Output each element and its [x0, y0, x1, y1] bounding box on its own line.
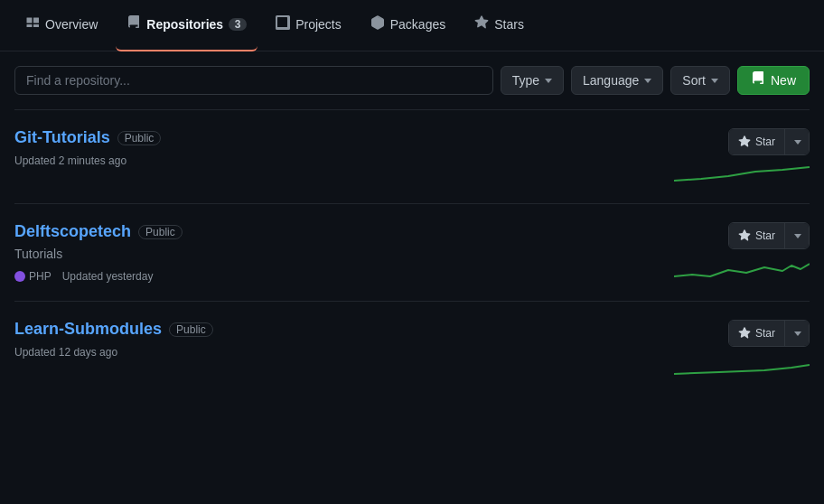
- sparkline-delftscopetech: [674, 257, 810, 279]
- table-row: Git-Tutorials Public Updated 2 minutes a…: [14, 109, 810, 203]
- new-repo-icon: [751, 71, 765, 89]
- star-label: Star: [755, 135, 775, 148]
- star-icon: [738, 135, 751, 148]
- new-repo-button[interactable]: New: [737, 66, 810, 95]
- repo-list: Git-Tutorials Public Updated 2 minutes a…: [0, 109, 824, 395]
- star-button-git-tutorials[interactable]: Star: [729, 129, 784, 154]
- star-more-button-delftscopetech[interactable]: [784, 223, 809, 248]
- repo-updated-delftscopetech: Updated yesterday: [62, 270, 154, 283]
- repositories-icon: [126, 15, 141, 33]
- top-nav: Overview Repositories 3 Projects Package…: [0, 0, 824, 51]
- sort-chevron-icon: [711, 79, 718, 83]
- star-more-chevron-icon: [794, 234, 801, 238]
- repo-badge-git-tutorials: Public: [117, 131, 162, 145]
- language-filter-button[interactable]: Language: [571, 66, 663, 95]
- repo-updated-learn-submodules: Updated 12 days ago: [14, 346, 674, 359]
- repo-name-row: Git-Tutorials Public: [14, 128, 674, 147]
- repo-actions-git-tutorials: Star: [674, 128, 810, 185]
- star-label: Star: [755, 229, 775, 242]
- new-repo-label: New: [771, 73, 796, 88]
- sort-filter-label: Sort: [682, 73, 706, 88]
- star-more-chevron-icon: [794, 140, 801, 145]
- table-row: Delftscopetech Public Tutorials PHP Upda…: [14, 203, 810, 301]
- table-row: Learn-Submodules Public Updated 12 days …: [14, 301, 810, 395]
- nav-label-overview: Overview: [45, 17, 98, 32]
- repo-updated-git-tutorials: Updated 2 minutes ago: [14, 154, 674, 167]
- star-more-chevron-icon: [794, 331, 801, 336]
- sparkline-git-tutorials: [674, 163, 810, 185]
- repo-name-learn-submodules[interactable]: Learn-Submodules: [14, 320, 162, 339]
- nav-label-projects: Projects: [295, 17, 342, 32]
- type-chevron-icon: [545, 79, 552, 83]
- repo-badge-delftscopetech: Public: [138, 225, 183, 239]
- repo-name-git-tutorials[interactable]: Git-Tutorials: [14, 128, 110, 147]
- star-btn-group-learn-submodules: Star: [728, 320, 810, 347]
- star-label: Star: [755, 327, 775, 340]
- stars-icon: [474, 15, 489, 33]
- nav-label-packages: Packages: [390, 17, 445, 32]
- repo-info-delftscopetech: Delftscopetech Public Tutorials PHP Upda…: [14, 222, 674, 283]
- star-icon: [738, 229, 751, 242]
- packages-icon: [370, 15, 385, 33]
- repo-actions-learn-submodules: Star: [674, 320, 810, 377]
- nav-label-stars: Stars: [494, 17, 524, 32]
- repo-meta-delftscopetech: PHP Updated yesterday: [14, 270, 674, 283]
- nav-item-stars[interactable]: Stars: [464, 0, 535, 51]
- star-more-button-git-tutorials[interactable]: [784, 129, 809, 154]
- star-btn-group-git-tutorials: Star: [728, 128, 810, 155]
- projects-icon: [276, 15, 290, 33]
- sparkline-learn-submodules: [674, 354, 810, 377]
- repo-name-delftscopetech[interactable]: Delftscopetech: [14, 222, 131, 241]
- language-chevron-icon: [644, 79, 651, 83]
- repo-info-git-tutorials: Git-Tutorials Public Updated 2 minutes a…: [14, 128, 674, 167]
- nav-item-overview[interactable]: Overview: [14, 0, 108, 51]
- nav-item-repositories[interactable]: Repositories 3: [116, 0, 258, 51]
- repo-actions-delftscopetech: Star: [674, 222, 810, 279]
- star-button-learn-submodules[interactable]: Star: [729, 321, 784, 346]
- repo-description-delftscopetech: Tutorials: [14, 247, 674, 261]
- repo-name-row: Delftscopetech Public: [14, 222, 674, 241]
- overview-icon: [25, 15, 40, 33]
- language-dot: [14, 271, 25, 282]
- nav-item-projects[interactable]: Projects: [265, 0, 352, 51]
- star-button-delftscopetech[interactable]: Star: [729, 223, 784, 248]
- sort-filter-button[interactable]: Sort: [670, 66, 730, 95]
- language-label: PHP: [29, 270, 52, 283]
- toolbar: Type Language Sort New: [0, 51, 824, 109]
- repo-badge-learn-submodules: Public: [169, 322, 213, 337]
- search-input[interactable]: [14, 66, 493, 95]
- star-more-button-learn-submodules[interactable]: [784, 321, 809, 346]
- repo-name-row: Learn-Submodules Public: [14, 320, 674, 339]
- type-filter-label: Type: [512, 73, 539, 88]
- language-meta-item: PHP: [14, 270, 52, 283]
- star-icon: [738, 327, 751, 340]
- nav-label-repositories: Repositories: [146, 17, 223, 32]
- language-filter-label: Language: [583, 73, 639, 88]
- star-btn-group-delftscopetech: Star: [728, 222, 810, 249]
- repo-info-learn-submodules: Learn-Submodules Public Updated 12 days …: [14, 320, 674, 359]
- repositories-badge: 3: [229, 18, 247, 31]
- type-filter-button[interactable]: Type: [501, 66, 564, 95]
- nav-item-packages[interactable]: Packages: [360, 0, 456, 51]
